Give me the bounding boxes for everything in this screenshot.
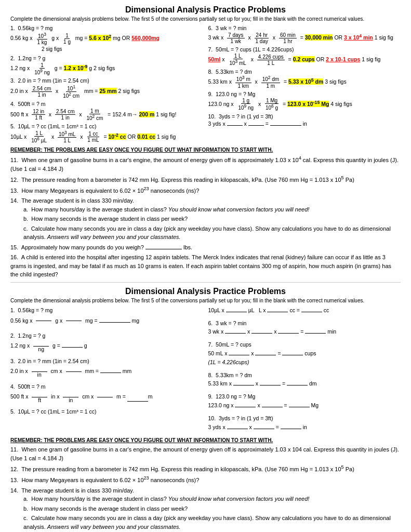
p1-num: 1. 0.56kg = ? mg bbox=[10, 25, 52, 31]
problem-8: 8. 5.33km = ? dm 5.33 km x 103 m1 km x 1… bbox=[208, 68, 401, 89]
ws-p6-work: 3 wk x x x = min bbox=[208, 328, 337, 335]
ws-p7-label: 7. 50mL = ? cups bbox=[208, 341, 251, 348]
ws-p10b-label: 10. 3yds = ? in (1 yd = 3ft) bbox=[208, 415, 273, 421]
ws-wp14c: c. Calculate how many seconds you are in… bbox=[23, 514, 401, 531]
p7-num: 7. 50mL = ? cups (1L = 4.226cups) bbox=[208, 46, 294, 52]
word-problem-12: 12. The pressure reading from a baromete… bbox=[10, 175, 401, 184]
problem-4: 4. 500ft = ? m 500 ft x 12 in1 ft x 2.54… bbox=[10, 100, 203, 121]
p10-num: 10. 3yds = ? in (1 yd = 3ft) bbox=[208, 113, 273, 119]
p5-num: 5. 10µL = ? cc (1mL = 1cm³ = 1 cc) bbox=[10, 123, 96, 129]
p1-work: 0.56 kg x 1031 kg g x 11 g mg = 5.6 x 10… bbox=[10, 35, 160, 41]
page-container: Dimensional Analysis Practice Problems C… bbox=[10, 5, 401, 532]
word-problem-14: 14. The average student is in class 330 … bbox=[10, 196, 401, 242]
problem-5: 5. 10µL = ? cc (1mL = 1cm³ = 1 cc) 10µL … bbox=[10, 123, 203, 143]
ws-wp13-text: 13. How many Megayears is equivalent to … bbox=[10, 477, 199, 483]
p7-work: 50ml x 1 L103 mL x 4.226 cups1 L = 0.2 c… bbox=[208, 56, 381, 62]
wp14b: b. How many seconds is the average stude… bbox=[23, 215, 401, 223]
ws-p5-label: 5. 10µL = ? cc (1mL = 1cm³ = 1 cc) bbox=[10, 408, 96, 415]
ws-p10b-work: 3 yds x x = in bbox=[208, 424, 307, 430]
problem-6: 6. 3 wk = ? min 3 wk x 7 days1 wk x 24 h… bbox=[208, 24, 401, 44]
ws-p1: 1. 0.56kg = ? mg 0.56 kg x g x mg = mg bbox=[10, 306, 203, 327]
ws-p7-work: 50 mL x x = cups (1L = 4.226cups) bbox=[208, 350, 316, 365]
wp11-text: 11. When one gram of gasoline burns in a… bbox=[10, 157, 399, 172]
p9-num: 9. 123.0 ng = ? Mg bbox=[208, 91, 256, 97]
wp13-text: 13. How many Megayears is equivalent to … bbox=[10, 188, 199, 194]
student-worksheet-section: Dimensional Analysis Practice Problems C… bbox=[10, 282, 401, 532]
ws-wp14a: a. How many hours/day is the average stu… bbox=[23, 495, 401, 503]
p10-work: 3 yds x x = in bbox=[208, 121, 307, 127]
ws-p3-label: 3. 2.0 in = ? mm (1in = 2.54 cm) bbox=[10, 358, 89, 364]
ws-p8-work: 5.33 km x x = dm bbox=[208, 380, 317, 387]
answer-key-section: Dimensional Analysis Practice Problems C… bbox=[10, 5, 401, 279]
ws-remember-note: REMEMBER: THE PROBLEMS ARE EASY ONCE YOU… bbox=[10, 437, 401, 443]
p1-sigfigs: 2 sig figs bbox=[42, 46, 62, 52]
problems-grid: 1. 0.56kg = ? mg 0.56 kg x 1031 kg g x 1… bbox=[10, 24, 401, 145]
ws-wp12: 12. The pressure reading from a baromete… bbox=[10, 464, 401, 473]
problem-9: 9. 123.0 ng = ? Mg 123.0 ng x 1 g109 ng … bbox=[208, 90, 401, 111]
ws-p9-work: 123.0 ng x x = Mg bbox=[208, 402, 319, 408]
ws-p4: 4. 500ft = ? m 500 ft x ft in x in cm x … bbox=[10, 382, 203, 404]
ws-p6-label: 6. 3 wk = ? min bbox=[208, 320, 247, 326]
ws-p3: 3. 2.0 in = ? mm (1in = 2.54 cm) 2.0 in … bbox=[10, 357, 203, 378]
word-problem-11: 11. When one gram of gasoline burns in a… bbox=[10, 155, 401, 173]
word-problems-section: 11. When one gram of gasoline burns in a… bbox=[10, 155, 401, 278]
ws-p1-label: 1. 0.56kg = ? mg bbox=[10, 307, 52, 313]
wp14-text: 14. The average student is in class 330 … bbox=[10, 197, 134, 204]
ws-p8: 8. 5.33km = ? dm 5.33 km x x = dm bbox=[208, 371, 401, 389]
p8-work: 5.33 km x 103 m1 km x 102 dm1 m = 5.33 x… bbox=[208, 78, 347, 85]
problem-1: 1. 0.56kg = ? mg 0.56 kg x 1031 kg g x 1… bbox=[10, 24, 203, 53]
ws-p9-label: 9. 123.0 ng = ? Mg bbox=[208, 393, 256, 400]
left-col: 1. 0.56kg = ? mg 0.56 kg x 1031 kg g x 1… bbox=[10, 24, 203, 145]
right-col: 6. 3 wk = ? min 3 wk x 7 days1 wk x 24 h… bbox=[208, 24, 401, 145]
ws-p2-work: 1.2 ng x ng g = g bbox=[10, 342, 87, 349]
p4-work: 500 ft x 12 in1 ft x 2.54 cm1 in x 1 m10… bbox=[10, 111, 176, 117]
problem-2: 2. 1.2ng = ? g 1.2 ng x 1109 ng g = 1.2 … bbox=[10, 55, 203, 75]
word-problem-16: 16. A child is entered into the hospital… bbox=[10, 253, 401, 279]
p2-num: 2. 1.2ng = ? g bbox=[10, 55, 45, 61]
ws-p2: 2. 1.2ng = ? g 1.2 ng x ng g = g bbox=[10, 331, 203, 353]
ws-wp14-text: 14. The average student is in class 330 … bbox=[10, 487, 134, 494]
wp14c: c. Calculate how many seconds you are in… bbox=[23, 224, 401, 242]
word-problem-15: 15. Approximately how many pounds do you… bbox=[10, 243, 401, 252]
worksheet-instructions: Complete the dimensional analysis proble… bbox=[10, 298, 401, 303]
word-problem-13: 13. How many Megayears is equivalent to … bbox=[10, 185, 401, 195]
problem-10: 10. 3yds = ? in (1 yd = 3ft) 3 yds x x =… bbox=[208, 113, 401, 128]
ws-p4-label: 4. 500ft = ? m bbox=[10, 383, 45, 390]
ws-p10-label: 10µL x µL L x cc = cc bbox=[208, 307, 329, 313]
p6-work: 3 wk x 7 days1 wk x 24 hr1 day x 60 min1… bbox=[208, 34, 393, 41]
ws-word-problems: 11. When one gram of gasoline burns in a… bbox=[10, 445, 401, 532]
ws-p4-work: 500 ft x ft in x in cm x m = m bbox=[10, 393, 152, 400]
ws-wp11: 11. When one gram of gasoline burns in a… bbox=[10, 445, 401, 462]
problem-7: 7. 50mL = ? cups (1L = 4.226cups) 50ml x… bbox=[208, 46, 401, 66]
worksheet-title: Dimensional Analysis Practice Problems bbox=[10, 287, 401, 296]
wp12-text: 12. The pressure reading from a baromete… bbox=[10, 177, 354, 183]
p6-num: 6. 3 wk = ? min bbox=[208, 25, 247, 31]
ws-p6: 6. 3 wk = ? min 3 wk x x x = min bbox=[208, 319, 401, 337]
ws-p8-label: 8. 5.33km = ? dm bbox=[208, 372, 252, 378]
ws-wp14: 14. The average student is in class 330 … bbox=[10, 486, 401, 531]
p4-num: 4. 500ft = ? m bbox=[10, 101, 45, 107]
p3-work: 2.0 in x 2.54 cm1 in x 101102 cm mm = 25… bbox=[10, 88, 140, 94]
ws-p3-work: 2.0 in x in cm x mm = mm bbox=[10, 368, 131, 374]
problem-3: 3. 2.0 in = ? mm (1in = 2.54 cm) 2.0 in … bbox=[10, 77, 203, 99]
remember-note: REMEMBER: THE PROBLEMS ARE EASY ONCE YOU… bbox=[10, 147, 401, 153]
worksheet-grid: 1. 0.56kg = ? mg 0.56 kg x g x mg = mg 2… bbox=[10, 306, 401, 436]
ws-wp13: 13. How many Megayears is equivalent to … bbox=[10, 475, 401, 485]
wp14a: a. How many hours/day is the average stu… bbox=[23, 205, 401, 214]
ws-p9: 9. 123.0 ng = ? Mg 123.0 ng x x = Mg bbox=[208, 392, 401, 410]
ws-p5: 5. 10µL = ? cc (1mL = 1cm³ = 1 cc) bbox=[10, 407, 203, 416]
instructions: Complete the dimensional analysis proble… bbox=[10, 16, 401, 22]
p2-work: 1.2 ng x 1109 ng g = 1.2 x 10-9 g 2 sig … bbox=[10, 65, 115, 71]
ws-left-col: 1. 0.56kg = ? mg 0.56 kg x g x mg = mg 2… bbox=[10, 306, 203, 436]
page-title: Dimensional Analysis Practice Problems bbox=[10, 5, 401, 15]
p5-work: 10µL x 1 L106 µL x 103 mL1 L x 1 cc1 mL … bbox=[10, 134, 176, 140]
wp16-text: 16. A child is entered into the hospital… bbox=[10, 254, 391, 277]
ws-wp11-text: 11. When one gram of gasoline burns in a… bbox=[10, 446, 399, 461]
ws-right-col: 10µL x µL L x cc = cc 6. 3 wk = ? min 3 … bbox=[208, 306, 401, 436]
p3-num: 3. 2.0 in = ? mm (1in = 2.54 cm) bbox=[10, 77, 89, 84]
ws-p2-label: 2. 1.2ng = ? g bbox=[10, 332, 45, 339]
ws-p10b: 10. 3yds = ? in (1 yd = 3ft) 3 yds x x =… bbox=[208, 414, 401, 432]
ws-p10-top: 10µL x µL L x cc = cc bbox=[208, 306, 401, 315]
p9-work: 123.0 ng x 1 g109 ng x 1 Mg106 g = 123.0… bbox=[208, 101, 352, 107]
ws-wp12-text: 12. The pressure reading from a baromete… bbox=[10, 466, 354, 472]
